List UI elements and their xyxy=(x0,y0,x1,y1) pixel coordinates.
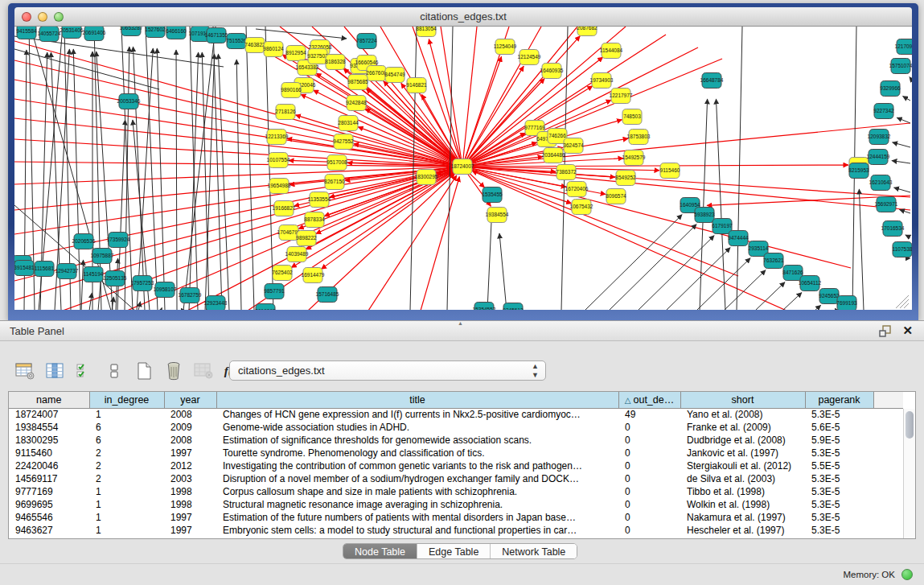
graph-node[interactable]: 9227342 xyxy=(873,104,894,119)
table-row[interactable]: 946554611997Estimation of the future num… xyxy=(9,511,903,524)
graph-node[interactable]: 8096574 xyxy=(606,189,626,204)
graph-node[interactable]: 9115460 xyxy=(660,163,680,179)
graph-node[interactable]: 14055724 xyxy=(38,27,61,42)
graph-node[interactable]: 16460935 xyxy=(540,64,564,79)
graph-node[interactable]: 5938923 xyxy=(694,208,715,223)
graph-node[interactable]: 2718126 xyxy=(275,105,296,120)
column-header-name[interactable]: name xyxy=(9,392,89,408)
network-window-titlebar[interactable]: citations_edges.txt xyxy=(14,7,912,27)
network-canvas[interactable]: 9415584140557242053140620691406106532871… xyxy=(14,27,912,310)
canvas-resize-grip[interactable] xyxy=(900,299,909,308)
graph-node[interactable]: 2087682 xyxy=(577,27,598,36)
graph-node[interactable]: 11254049 xyxy=(494,39,517,55)
graph-node[interactable]: 7386372 xyxy=(556,165,577,180)
graph-node[interactable]: 20531406 xyxy=(60,27,84,39)
graph-node[interactable]: 15716485 xyxy=(316,287,339,303)
table-row[interactable]: 1872400712008Changes of HCN gene express… xyxy=(9,408,903,421)
graph-node[interactable]: 12444159 xyxy=(867,150,890,165)
zoom-window-button[interactable] xyxy=(54,12,64,22)
float-panel-icon[interactable] xyxy=(879,325,892,338)
graph-node[interactable]: 19734903 xyxy=(590,73,614,89)
graph-node[interactable]: 20206536 xyxy=(72,234,96,249)
table-row[interactable]: 1830029562008Estimation of significance … xyxy=(9,434,903,447)
graph-node[interactable]: 8267150 xyxy=(324,175,345,190)
vertical-scrollbar[interactable] xyxy=(903,409,915,538)
graph-node[interactable]: 15692971 xyxy=(875,197,898,212)
graph-node[interactable]: 19166827 xyxy=(273,201,296,216)
graph-node[interactable]: 16782759 xyxy=(179,288,202,303)
graph-node[interactable]: 7857224 xyxy=(356,34,377,49)
graph-node[interactable]: 10958107 xyxy=(154,282,177,298)
graph-node[interactable]: 9242848 xyxy=(346,96,367,111)
table-row[interactable]: 946362711997Embryonic stem cells: a mode… xyxy=(9,524,903,537)
splitter-handle[interactable]: ▲ xyxy=(458,321,466,325)
table-selector-dropdown[interactable]: citations_edges.txt ▲▼ xyxy=(229,360,546,381)
memory-status-indicator[interactable] xyxy=(901,569,913,580)
graph-node[interactable]: 15354552 xyxy=(473,303,496,311)
graph-node[interactable]: 20053346 xyxy=(117,94,141,109)
table-settings-icon[interactable] xyxy=(14,360,35,381)
graph-node[interactable]: 9146821 xyxy=(406,78,427,93)
graph-node[interactable]: 12213369 xyxy=(265,130,289,145)
graph-node[interactable]: 2616063 xyxy=(255,304,276,311)
graph-node[interactable]: 9415584 xyxy=(16,27,37,39)
graph-node[interactable]: 2803144 xyxy=(338,116,359,131)
graph-node[interactable]: 15492579 xyxy=(622,150,646,166)
graph-node[interactable]: 9427552 xyxy=(333,134,354,150)
graph-node[interactable]: 8813054 xyxy=(416,27,437,37)
graph-node[interactable]: 10675432 xyxy=(570,200,593,215)
graph-node[interactable]: 15751074 xyxy=(889,59,912,74)
graph-node[interactable]: 8215953 xyxy=(848,163,869,179)
table-row[interactable]: 1938455462009Genome-wide association stu… xyxy=(9,421,903,434)
table-row[interactable]: 969969511998Structural magnetic resonanc… xyxy=(9,498,903,511)
graph-node[interactable]: 16648784 xyxy=(700,73,724,89)
graph-node[interactable]: 9245612 xyxy=(503,303,524,311)
graph-node[interactable]: 8549252 xyxy=(615,171,636,186)
graph-node[interactable]: 7515526 xyxy=(226,34,247,49)
graph-node[interactable]: 16210643 xyxy=(869,175,893,191)
graph-node[interactable]: 20691406 xyxy=(83,27,106,41)
graph-node[interactable]: 17359924 xyxy=(107,233,130,248)
graph-node[interactable]: 17016534 xyxy=(881,221,905,237)
graph-node[interactable]: 11544084 xyxy=(600,43,623,59)
graph-node[interactable]: 18300295 xyxy=(415,170,438,185)
new-table-icon[interactable] xyxy=(133,360,154,381)
graph-node[interactable]: 14671355 xyxy=(205,28,228,43)
graph-node[interactable]: 9890166 xyxy=(281,83,302,98)
graph-node[interactable]: 10975887 xyxy=(91,249,114,264)
table-row[interactable]: 2242004622012Investigating the contribut… xyxy=(9,459,903,472)
graph-node[interactable]: 20364486 xyxy=(542,148,565,163)
graph-node[interactable]: 17957253 xyxy=(131,276,154,291)
graph-node[interactable]: 2667608 xyxy=(366,66,387,81)
column-header-in_degree[interactable]: in_degree xyxy=(89,392,164,408)
tab-edge-table[interactable]: Edge Table xyxy=(417,544,491,558)
graph-node[interactable]: 7463822 xyxy=(244,38,265,53)
graph-node[interactable]: 12923448 xyxy=(204,296,228,311)
close-panel-icon[interactable]: ✕ xyxy=(902,323,913,338)
graph-node[interactable]: 12093832 xyxy=(868,130,891,145)
graph-node[interactable]: 7632621 xyxy=(763,253,784,269)
graph-node[interactable]: 9857791 xyxy=(264,284,285,299)
select-columns-icon[interactable] xyxy=(74,360,95,381)
network-canvas-svg[interactable]: 9415584140557242053140620691406106532871… xyxy=(14,27,912,310)
scrollbar-thumb[interactable] xyxy=(906,411,914,439)
tab-network-table[interactable]: Network Table xyxy=(491,544,577,558)
graph-node[interactable]: 748503 xyxy=(622,109,642,125)
tab-node-table[interactable]: Node Table xyxy=(343,544,417,558)
table-row[interactable]: 977716911998Corpus callosum shape and si… xyxy=(9,485,903,498)
graph-node[interactable]: 18724007 xyxy=(451,159,474,175)
graph-node[interactable]: 12217977 xyxy=(610,89,633,104)
column-header-out_de[interactable]: △out_de… xyxy=(618,392,680,408)
graph-node[interactable]: 10654112 xyxy=(799,276,822,291)
column-header-year[interactable]: year xyxy=(164,392,216,408)
graph-node[interactable]: 12942737 xyxy=(55,264,79,279)
show-columns-icon[interactable] xyxy=(44,360,65,381)
table-row[interactable]: 1456911722003Disruption of a novel membe… xyxy=(9,472,903,485)
graph-node[interactable]: 8186328 xyxy=(325,55,346,70)
graph-node[interactable]: 10653287 xyxy=(120,27,143,36)
graph-node[interactable]: 19654988 xyxy=(268,179,291,194)
graph-node[interactable]: 1145194 xyxy=(84,267,104,282)
graph-node[interactable]: 1527602 xyxy=(145,27,166,38)
graph-node[interactable]: 14039489 xyxy=(285,247,309,262)
graph-node[interactable]: 6466160 xyxy=(166,27,187,39)
